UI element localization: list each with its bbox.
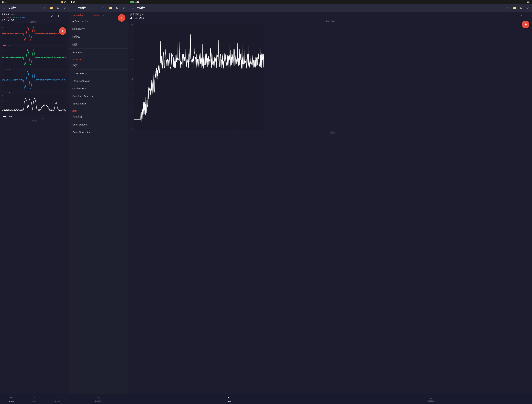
sb2-left: 4:32 ⊙ <box>71 1 77 3</box>
total-legend-label: — total <box>6 115 12 117</box>
menu-appbar: ← 声级计 ℹ 📁 🏷 ⚙ <box>69 4 128 12</box>
menu-oscilloscope[interactable]: Oscilloscope <box>69 85 128 92</box>
sound-chart-canvas <box>134 23 264 130</box>
sb1-signal: 📶 <box>61 1 63 3</box>
menu-tag-icon[interactable]: 🏷 <box>115 6 120 11</box>
total-chart <box>2 94 66 115</box>
sound-chart-label: 声级／时间 <box>128 20 266 23</box>
menu-title: 声级计 <box>78 6 100 10</box>
tag-icon[interactable]: 🏷 <box>56 6 60 11</box>
sb1-left: 4:31 ⊙ <box>2 1 8 3</box>
sb2-icon: ⊙ <box>76 1 77 3</box>
time-axis-label: 时间(s) <box>2 120 67 122</box>
sound-stats-area: 声音强度 (dB) 41.30 dB ↺ ⏸ <box>128 12 266 20</box>
y-100: 100 <box>130 59 134 61</box>
menu-soundmeter[interactable]: 声级计 <box>69 62 128 70</box>
sound-x-axis: 0 5 10 15 2 <box>130 130 266 132</box>
menu-icon[interactable]: ☰ <box>2 6 7 11</box>
sb3-left: 🎤 4:33 <box>130 1 139 3</box>
sound-appbar: ☰ 声级计 ℹ 📁 🏷 ⚙ <box>128 4 266 12</box>
y-legend-label: — y <box>6 68 10 70</box>
menu-protractor[interactable]: Protractor <box>69 49 128 56</box>
settings-icon[interactable]: ⚙ <box>62 6 67 11</box>
menu-folder-icon[interactable]: 📁 <box>108 6 113 11</box>
x-axis-chart <box>2 23 66 44</box>
refresh-icon[interactable]: ↺ <box>49 13 54 18</box>
sb1-battery-val: 97% <box>64 1 67 3</box>
sb3-time: 4:33 <box>135 1 139 3</box>
sound-title: 声级计 <box>137 6 266 10</box>
back-icon[interactable]: ← <box>71 6 76 11</box>
gforce-panel: 4:31 ⊙ 🔋 97% ☰ G力计 ℹ 📁 🏷 ⚙ 最大范围: +-8.01 … <box>0 4 69 202</box>
menu-color-detector[interactable]: Color Detector <box>69 121 128 128</box>
z-legend: — z <box>2 92 67 94</box>
info-icon[interactable]: ℹ <box>42 6 47 11</box>
sound-stat-value: 41.30 dB <box>130 16 144 20</box>
pause-icon[interactable]: ⏸ <box>56 13 61 18</box>
status-bar-row: 4:31 ⊙ 📶 97% 4:32 ⊙ 🎤 4:33 96% <box>0 0 266 4</box>
sb1-right: 📶 97% <box>61 1 67 3</box>
menu-spectrogram[interactable]: Spectrogram <box>69 100 128 107</box>
menu-list: Kinematics g-Force Meter 线性加速计 陀螺仪 倾度计 P… <box>69 12 128 202</box>
menu-lux[interactable]: 光照度计 <box>69 113 128 121</box>
sound-y-title: 振幅频率 (dB) <box>131 77 133 80</box>
light-header: Light <box>69 107 128 113</box>
y-legend-dash <box>3 69 6 69</box>
chart-controls: ↺ ⏸ <box>49 13 61 18</box>
sound-panel: 🎤 4:33 🔋 96% ☰ 声级计 ℹ 📁 🏷 ⚙ 声音强度 (dB) 41.… <box>128 4 266 202</box>
y-200: 200 <box>130 24 134 26</box>
sound-time-label: 时间(s) <box>130 132 266 134</box>
x-legend-label: — x <box>6 45 10 46</box>
mic-status: 🎤 <box>130 1 134 3</box>
menu-linear[interactable]: 线性加速计 <box>69 25 128 33</box>
gforce-stats-area: 最大范围: +-8.01 x: 0.158 y: 0.075 z: 1.033 … <box>0 12 69 122</box>
menu-spectrum[interactable]: Spectrum Analyzer <box>69 92 128 100</box>
sound-menu-icon[interactable]: ☰ <box>130 6 135 11</box>
menu-fab-add[interactable]: + <box>118 14 126 22</box>
time-axis: 0 5 10 15 <box>2 118 67 119</box>
gforce-title: G力计 <box>9 6 41 10</box>
watermark: ajishe.com <box>93 14 104 17</box>
menu-panel: ← 声级计 ℹ 📁 🏷 ⚙ ajishe.com Kinematics g-Fo… <box>69 4 128 202</box>
folder-icon[interactable]: 📁 <box>49 6 54 11</box>
x-legend-dash <box>3 45 6 46</box>
sb2: 4:32 ⊙ <box>69 0 128 4</box>
gforce-appbar: ☰ G力计 ℹ 📁 🏷 ⚙ <box>0 4 69 12</box>
menu-incline[interactable]: 倾度计 <box>69 41 128 49</box>
x-legend: — x <box>2 45 67 46</box>
total-legend-dash <box>3 116 6 117</box>
menu-gyro[interactable]: 陀螺仪 <box>69 33 128 41</box>
sound-chart-container: 200 100 0 -100 振幅频率 (dB) 0 5 10 15 2 时间(… <box>130 23 266 134</box>
sound-stat-title: 声音强度 (dB) <box>130 13 144 16</box>
z-legend-label: — z <box>6 92 10 94</box>
chart-title-overlay: G力/时间 <box>30 21 37 23</box>
menu-tone-generator[interactable]: Tone Generator <box>69 77 128 85</box>
sb1-icon: ⊙ <box>6 1 8 3</box>
sb2-time: 4:32 <box>71 1 75 3</box>
z-legend-dash <box>3 93 6 93</box>
y-legend: — y <box>2 68 67 70</box>
sb1-time: 4:31 <box>2 1 6 3</box>
y-n100: -100 <box>130 128 134 130</box>
acoustics-header: Acoustics <box>69 56 128 62</box>
menu-info-icon[interactable]: ℹ <box>101 6 106 11</box>
y-value: y: 0.075 <box>10 16 17 19</box>
y-axis-chart <box>2 47 66 68</box>
z-axis-chart <box>2 70 66 92</box>
sound-stats: 声音强度 (dB) 41.30 dB <box>130 13 144 20</box>
total-legend: — total <box>2 115 67 117</box>
x-value: x: 0.158 <box>2 16 9 19</box>
sb3: 🎤 4:33 96% <box>128 0 266 4</box>
z-value: z: 1.033 <box>18 16 25 19</box>
menu-tone-detector[interactable]: Tone Detector <box>69 70 128 77</box>
menu-color-generator[interactable]: Color Generator <box>69 128 128 136</box>
sb1: 4:31 ⊙ 📶 97% <box>0 0 69 4</box>
y-0: 0 <box>130 94 134 96</box>
menu-settings-icon[interactable]: ⚙ <box>121 6 126 11</box>
fab-add[interactable]: + <box>59 27 66 35</box>
